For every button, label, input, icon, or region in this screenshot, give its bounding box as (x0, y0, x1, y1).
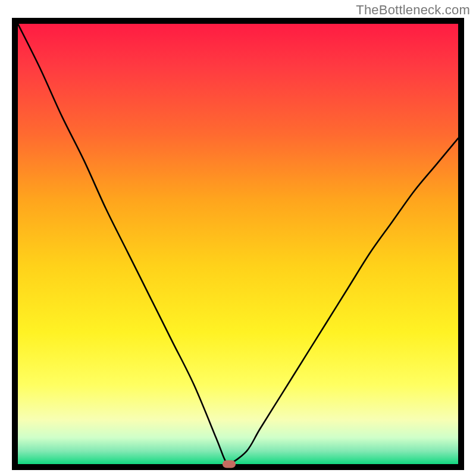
chart-wrapper: TheBottleneck.com (0, 0, 476, 476)
optimal-point-marker (223, 461, 236, 468)
plot-frame (12, 18, 464, 470)
bottleneck-curve (18, 24, 458, 464)
watermark-text: TheBottleneck.com (356, 2, 470, 18)
